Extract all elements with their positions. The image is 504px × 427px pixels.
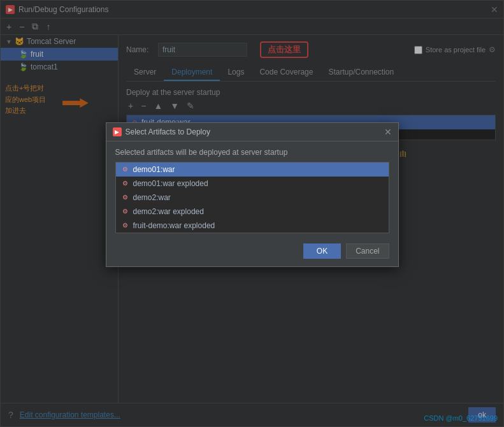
modal-close-button[interactable]: ✕ [384,127,392,137]
deploy-toolbar: + − ▲ ▼ ✎ [126,101,496,111]
deploy-arrow-up-btn[interactable]: ▲ [152,101,164,111]
toolbar-add-btn[interactable]: + [4,21,13,33]
modal-artifact-list: ⚙ demo01:war ⚙ demo01:war exploded ⚙ dem… [115,162,389,233]
name-row: Name: 点击这里 Store as project file ⚙ [126,41,496,58]
window-title: Run/Debug Configurations [18,5,108,14]
artifact-label-3: demo2:war exploded [133,207,204,216]
artifact-icon-3: ⚙ [122,208,128,215]
main-toolbar: + − ⧉ ↑ [1,18,503,35]
tree-fruit-item[interactable]: 🍃 fruit [1,48,118,61]
tab-logs[interactable]: Logs [220,64,252,81]
modal-body: Selected artifacts will be deployed at s… [106,141,398,266]
tree-tomcat1-item[interactable]: 🍃 tomcat1 [1,61,118,73]
highlight-annotation: 点击这里 [260,41,308,58]
modal-list-item-2[interactable]: ⚙ demo2:war [116,191,389,205]
artifact-icon-1: ⚙ [122,180,128,187]
modal-title-text: Select Artifacts to Deploy [126,127,210,136]
tree-fruit-label: fruit [31,50,43,59]
modal-dialog[interactable]: ▶ Select Artifacts to Deploy ✕ Selected … [106,122,399,267]
modal-title-left: ▶ Select Artifacts to Deploy [113,127,210,136]
tab-code-coverage[interactable]: Code Coverage [252,64,320,81]
gear-icon[interactable]: ⚙ [489,45,496,54]
left-panel: ▼ 🐱 Tomcat Server 🍃 fruit 🍃 tomcat1 [1,35,119,403]
tree-arrow-icon: ▼ [6,38,12,45]
edit-config-link[interactable]: Edit configuration templates... [20,410,120,419]
deploy-add-btn[interactable]: + [126,101,135,111]
tab-server[interactable]: Server [126,64,164,81]
artifact-icon-2: ⚙ [122,194,128,201]
tree-server-label: Tomcat Server [27,37,76,46]
store-checkbox[interactable] [414,46,422,54]
artifact-label-0: demo01:war [133,165,175,174]
modal-cancel-button[interactable]: Cancel [346,243,389,259]
name-label: Name: [126,45,152,54]
toolbar-remove-btn[interactable]: − [17,21,26,33]
ok-button[interactable]: ok [468,407,496,423]
store-checkbox-area: Store as project file ⚙ [414,45,496,54]
bottom-right-buttons: ok [468,407,496,423]
fruit-leaf-icon: 🍃 [18,50,28,59]
run-debug-icon: ▶ [6,5,15,14]
title-bar-left: ▶ Run/Debug Configurations [6,5,108,14]
toolbar-move-btn[interactable]: ↑ [44,21,52,33]
modal-list-item-4[interactable]: ⚙ fruit-demo:war exploded [116,219,389,233]
tomcat-icon: 🐱 [15,37,24,46]
modal-title-icon: ▶ [113,127,122,136]
modal-list-item-0[interactable]: ⚙ demo01:war [116,163,389,177]
modal-buttons: OK Cancel [115,240,389,260]
name-input[interactable] [158,43,247,57]
artifact-label-2: demo2:war [133,193,171,202]
artifact-label-1: demo01:war exploded [133,179,208,188]
tabs-bar: Server Deployment Logs Code Coverage Sta… [126,64,496,82]
store-label: Store as project file [426,46,486,54]
tree-tomcat-server[interactable]: ▼ 🐱 Tomcat Server [1,35,118,48]
tab-deployment[interactable]: Deployment [164,64,220,81]
modal-description: Selected artifacts will be deployed at s… [115,148,389,157]
deploy-remove-btn[interactable]: − [139,101,148,111]
close-button[interactable]: ✕ [491,4,498,15]
deploy-section-title: Deploy at the server startup [126,88,496,97]
tomcat1-leaf-icon: 🍃 [18,62,28,71]
modal-list-item-3[interactable]: ⚙ demo2:war exploded [116,205,389,219]
modal-title-bar: ▶ Select Artifacts to Deploy ✕ [106,123,398,141]
artifact-icon-0: ⚙ [122,166,128,173]
modal-list-item-1[interactable]: ⚙ demo01:war exploded [116,177,389,191]
modal-ok-button[interactable]: OK [303,243,341,259]
tree-tomcat1-label: tomcat1 [31,62,58,71]
artifact-icon-4: ⚙ [122,222,128,229]
deploy-edit-btn[interactable]: ✎ [185,101,196,111]
artifact-label-4: fruit-demo:war exploded [133,221,215,230]
bottom-bar: ? Edit configuration templates... ok [1,403,503,426]
deploy-arrow-down-btn[interactable]: ▼ [168,101,181,111]
tab-startup-connection[interactable]: Startup/Connection [320,64,401,81]
toolbar-copy-btn[interactable]: ⧉ [30,20,40,33]
help-icon[interactable]: ? [8,410,13,420]
title-bar: ▶ Run/Debug Configurations ✕ [1,1,503,18]
